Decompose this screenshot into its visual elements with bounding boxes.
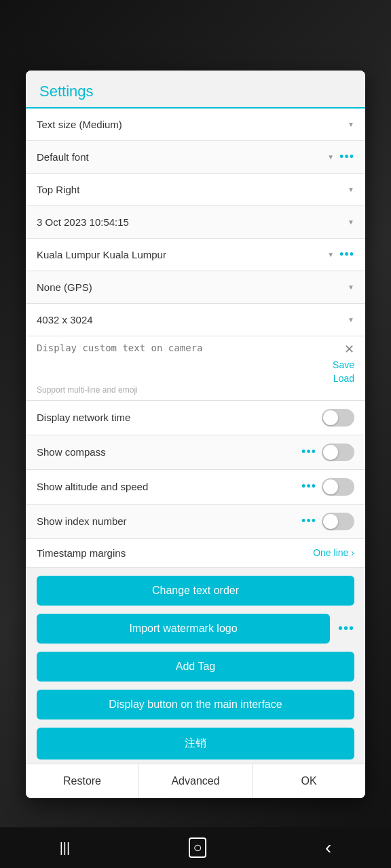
gps-row[interactable]: None (GPS) ▼ [26,271,365,304]
compass-dots-icon[interactable]: ••• [301,445,316,459]
save-text-button[interactable]: Save [333,359,354,370]
network-time-row: Display network time [26,401,365,435]
compass-controls: ••• [301,443,354,461]
chevron-icon: ▼ [348,316,354,323]
altitude-speed-row: Show altitude and speed ••• [26,470,365,505]
index-number-toggle[interactable] [322,513,354,530]
settings-dialog: Settings Text size (Medium) ▼ Default fo… [26,71,365,798]
timestamp-row[interactable]: Timestamp margins One line › [26,539,365,568]
position-row[interactable]: Top Right ▼ [26,174,365,206]
one-line-button[interactable]: One line › [313,547,354,558]
datetime-row[interactable]: 3 Oct 2023 10:54:15 ▼ [26,206,365,239]
compass-row: Show compass ••• [26,435,365,470]
network-time-toggle[interactable] [322,409,354,427]
network-time-label: Display network time [37,412,322,423]
custom-text-hint: Support multi-line and emoji [37,385,354,395]
index-number-label: Show index number [37,515,301,527]
altitude-speed-toggle[interactable] [322,478,354,496]
chevron-icon: ▼ [348,283,354,291]
back-icon[interactable]: ‹ [325,837,331,859]
cancel-button[interactable]: 注销 [37,728,354,760]
custom-text-input[interactable] [37,342,307,368]
compass-toggle[interactable] [322,443,354,461]
chevron-icon: ▼ [327,251,334,258]
navigation-bar: ||| ○ ‹ [0,827,391,868]
chevron-icon: ▼ [327,153,334,161]
dots-icon[interactable]: ••• [339,150,354,164]
advanced-button[interactable]: Advanced [139,764,253,798]
dialog-header: Settings [26,71,365,108]
change-text-order-button[interactable]: Change text order [37,576,354,606]
restore-button[interactable]: Restore [26,764,139,798]
compass-label: Show compass [37,446,301,458]
altitude-speed-label: Show altitude and speed [37,481,301,492]
action-buttons-section: Change text order Import watermark logo … [26,572,365,764]
timestamp-label: Timestamp margins [37,547,313,559]
custom-text-row: ✕ Save Load Support multi-line and emoji [26,336,365,401]
location-controls: ▼ ••• [327,248,354,262]
gps-label: None (GPS) [37,281,348,293]
one-line-value: One line [313,547,348,558]
location-row[interactable]: Kuala Lumpur Kuala Lumpur ▼ ••• [26,239,365,271]
chevron-right-icon: › [351,547,354,558]
index-dots-icon[interactable]: ••• [301,514,316,528]
datetime-label: 3 Oct 2023 10:54:15 [37,216,348,228]
load-text-button[interactable]: Load [333,373,354,384]
altitude-speed-controls: ••• [301,478,354,496]
home-icon[interactable]: ○ [189,837,206,858]
altitude-dots-icon[interactable]: ••• [301,479,316,494]
default-font-label: Default font [37,151,327,163]
import-dots-icon[interactable]: ••• [338,620,354,636]
import-watermark-row: Import watermark logo ••• [26,610,365,648]
recent-apps-icon[interactable]: ||| [60,840,71,856]
default-font-controls: ▼ ••• [327,150,354,164]
add-tag-button[interactable]: Add Tag [37,652,354,682]
position-label: Top Right [37,184,348,195]
display-button-main[interactable]: Display button on the main interface [37,690,354,719]
import-watermark-button[interactable]: Import watermark logo [37,614,330,644]
ok-button[interactable]: OK [253,764,365,798]
bottom-buttons-row: Restore Advanced OK [26,764,365,798]
clear-text-button[interactable]: ✕ [344,342,354,357]
resolution-row[interactable]: 4032 x 3024 ▼ [26,304,365,336]
text-size-row[interactable]: Text size (Medium) ▼ [26,108,365,141]
dots-icon[interactable]: ••• [339,248,354,262]
resolution-label: 4032 x 3024 [37,314,348,326]
dialog-title: Settings [39,83,94,100]
chevron-icon: ▼ [348,218,354,226]
chevron-icon: ▼ [348,121,354,128]
location-label: Kuala Lumpur Kuala Lumpur [37,249,327,260]
chevron-icon: ▼ [348,186,354,193]
default-font-row[interactable]: Default font ▼ ••• [26,141,365,174]
text-size-label: Text size (Medium) [37,119,348,130]
index-number-controls: ••• [301,513,354,530]
dialog-content: Text size (Medium) ▼ Default font ▼ ••• … [26,108,365,798]
index-number-row: Show index number ••• [26,505,365,539]
